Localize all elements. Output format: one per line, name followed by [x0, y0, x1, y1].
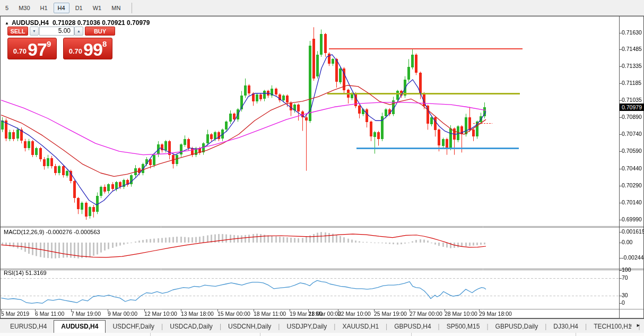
tab-usdcad-daily[interactable]: USDCAD,Daily: [163, 321, 220, 333]
buy-price-button[interactable]: 0.70998: [63, 38, 112, 59]
price-tick-label: 0.69990: [622, 216, 644, 222]
tab-usdcnh-daily[interactable]: USDCNH,Daily: [221, 321, 278, 333]
macd-tick-label: 0.001615: [622, 228, 644, 235]
price-tick-label: 0.70590: [622, 148, 644, 154]
rsi-tick-label: 0: [622, 299, 644, 306]
price-tick-label: 0.70440: [622, 165, 644, 171]
volume-decrease-button[interactable]: ▼: [30, 27, 39, 36]
volume-input[interactable]: 5.00: [39, 27, 74, 36]
date-tick-label: 22 Mar 10:00: [338, 311, 371, 317]
tab-sp500-m15[interactable]: SP500,M15: [440, 321, 487, 333]
tab-gbpusd-h4[interactable]: GBPUSD,H4: [387, 321, 438, 333]
tab-scroll-left-icon[interactable]: ◂: [626, 322, 634, 328]
buy-price-prefix: 0.70: [69, 47, 82, 55]
tab-eurusd-h4[interactable]: EURUSD,H4: [3, 321, 54, 333]
tab-scroll-right-icon[interactable]: ▸: [634, 322, 642, 328]
buy-price-big: 99: [83, 41, 102, 57]
trading-terminal: { "toolbar": { "items": ["5","M30","H1",…: [0, 0, 644, 336]
timeframe-h1[interactable]: H1: [36, 3, 52, 13]
buy-button[interactable]: BUY: [85, 27, 115, 36]
tab-dj30-h4[interactable]: DJ30,H4: [546, 321, 585, 333]
date-tick-label: 25 Mar 19:00: [374, 311, 407, 317]
rsi-label: RSI(14) 51.3169: [4, 270, 47, 276]
sell-price-button[interactable]: 0.70979: [7, 38, 57, 59]
buy-price-sup: 8: [102, 39, 107, 48]
price-tick-label: 0.71485: [622, 46, 644, 52]
rsi-tick-label: 70: [622, 274, 644, 281]
bottom-strip: [0, 333, 644, 336]
price-tick-label: 0.71630: [622, 29, 644, 36]
price-tick-label: 0.70890: [622, 114, 644, 120]
chart-tabs: EURUSD,H4AUDUSD,H4USDCHF,Daily|USDCAD,Da…: [0, 318, 644, 333]
ohlc-values: 0.71028 0.71036 0.70921 0.70979: [53, 19, 150, 27]
price-tick-label: 0.71185: [622, 80, 644, 86]
date-tick-label: 28 Mar 10:00: [445, 311, 477, 317]
macd-label: MACD(12,26,9) -0.000276 -0.000563: [4, 229, 100, 235]
tab-xauusd-h1[interactable]: XAUUSD,H1: [335, 321, 386, 333]
tab-gbpusd-daily[interactable]: GBPUSD,Daily: [489, 321, 545, 333]
date-tick-label: 27 Mar 00:00: [410, 311, 442, 317]
tab-usdjpy-daily[interactable]: USDJPY,Daily: [280, 321, 334, 333]
timeframe-mn[interactable]: MN: [107, 3, 125, 13]
timeframe-d1[interactable]: D1: [71, 3, 87, 13]
sell-price-prefix: 0.70: [13, 47, 27, 55]
volume-increase-button[interactable]: ▲: [74, 27, 83, 36]
price-tick-label: 0.71335: [622, 63, 644, 69]
window-icon: ▲: [5, 21, 9, 25]
price-tick-label: 0.70140: [622, 199, 644, 205]
rsi-tick-label: 100: [622, 266, 644, 273]
date-tick-label: 6 Mar 11:00: [35, 311, 64, 317]
date-tick-label: 5 Mar 2019: [1, 311, 29, 317]
date-tick-label: 7 Mar 19:00: [71, 311, 101, 317]
sell-price-sup: 9: [47, 39, 51, 48]
macd-tick-label: -0.002443: [622, 254, 644, 261]
price-tick-label: 0.70740: [622, 131, 644, 137]
price-tick-label: 0.71035: [622, 97, 644, 103]
tab-usdchf-daily[interactable]: USDCHF,Daily: [106, 321, 161, 333]
date-tick-label: 29 Mar 18:00: [479, 311, 512, 317]
timeframe-toolbar: 5M30H1H4D1W1MN: [0, 0, 644, 16]
date-tick-label: 13 Mar 18:00: [181, 311, 214, 317]
timeframe-m30[interactable]: M30: [14, 3, 34, 13]
date-tick-label: 18 Mar 11:00: [254, 311, 286, 317]
macd-tick-label: 0.00: [622, 239, 644, 245]
date-tick-label: 9 Mar 00:00: [108, 311, 137, 317]
timeframe-5[interactable]: 5: [1, 3, 13, 13]
tab-audusd-h4[interactable]: AUDUSD,H4: [54, 320, 106, 333]
rsi-tick-label: 30: [622, 292, 644, 298]
tab-scroll-arrows: ◂▸: [626, 322, 642, 329]
price-tick-label: 0.70290: [622, 182, 644, 188]
date-tick-label: 12 Mar 10:00: [144, 311, 177, 317]
timeframe-w1[interactable]: W1: [89, 3, 106, 13]
timeframe-h4[interactable]: H4: [54, 3, 69, 13]
current-price-tag: 0.70979: [620, 104, 644, 111]
toolbar-separator: [132, 3, 132, 13]
symbol-title: AUDUSD,H4: [12, 19, 49, 27]
date-tick-label: 21 Mar 00:00: [308, 311, 341, 317]
chart-title-row: ▲AUDUSD,H40.71028 0.71036 0.70921 0.7097…: [5, 19, 150, 27]
date-tick-label: 15 Mar 00:00: [217, 311, 250, 317]
sell-price-big: 97: [28, 41, 47, 57]
sell-button[interactable]: SELL: [7, 27, 28, 36]
